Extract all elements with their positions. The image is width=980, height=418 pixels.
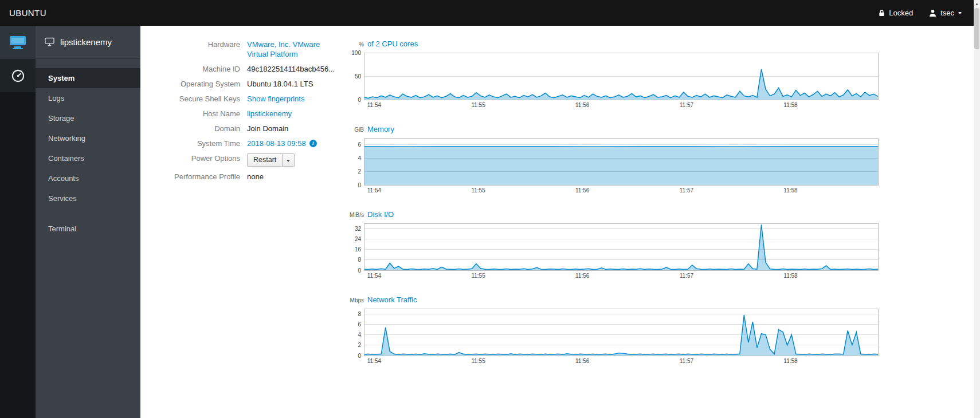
chart-header: MiB/sDisk I/O	[344, 210, 980, 219]
user-menu-button[interactable]: tsec	[921, 0, 970, 26]
chart-plot: 024611:5411:5511:5611:5711:58	[344, 135, 980, 197]
detail-action-domain[interactable]: Join Domain	[247, 124, 288, 133]
detail-row-machine-id: Machine ID49c1822514114bacb456...	[148, 64, 339, 74]
detail-value: Ubuntu 18.04.1 LTS	[247, 79, 313, 89]
topbar-right: Locked tsec	[871, 0, 970, 26]
chart-plot: 0816243211:5411:5511:5611:5711:58	[344, 220, 980, 282]
restart-dropdown-toggle[interactable]	[283, 153, 295, 167]
svg-text:11:55: 11:55	[471, 358, 485, 364]
scrollbar-up-arrow[interactable]: ▲	[974, 0, 980, 7]
svg-text:11:56: 11:56	[575, 102, 590, 108]
svg-text:24: 24	[355, 236, 362, 242]
svg-text:8: 8	[358, 257, 361, 263]
detail-row-performance-profile: Performance Profilenone	[148, 172, 339, 182]
svg-text:11:55: 11:55	[471, 273, 485, 279]
chart-plot: 05010011:5411:5511:5611:5711:58	[344, 50, 980, 112]
server-icon	[9, 36, 26, 50]
svg-text:2: 2	[358, 342, 361, 348]
chart-unit-label: Mbps	[344, 297, 364, 303]
svg-text:11:55: 11:55	[471, 102, 485, 108]
dashboard-nav-icon[interactable]	[0, 59, 36, 92]
detail-link-host-name[interactable]: lipstickenemy	[247, 109, 292, 119]
svg-text:6: 6	[358, 321, 361, 328]
svg-text:11:54: 11:54	[367, 358, 382, 364]
svg-text:11:56: 11:56	[575, 187, 590, 194]
sidebar-item-networking[interactable]: Networking	[36, 128, 140, 148]
svg-text:16: 16	[355, 246, 362, 253]
user-icon	[929, 9, 936, 17]
usage-charts: %of 2 CPU cores05010011:5411:5511:5611:5…	[339, 40, 980, 418]
chart-svg: 0246811:5411:5511:5611:5711:58	[344, 306, 880, 365]
layout: lipstickenemy SystemLogsStorageNetworkin…	[0, 26, 980, 418]
svg-text:11:57: 11:57	[680, 187, 694, 194]
chart-header: GiBMemory	[344, 125, 980, 133]
detail-row-host-name: Host Namelipstickenemy	[148, 109, 339, 119]
svg-text:4: 4	[358, 155, 361, 161]
detail-value: 49c1822514114bacb456...	[247, 64, 333, 74]
sidebar-item-storage[interactable]: Storage	[36, 108, 140, 128]
detail-text-performance-profile: none	[247, 172, 264, 182]
chart-plot: 0246811:5411:5511:5611:5711:58	[344, 306, 980, 368]
gauge-icon	[11, 69, 25, 83]
locked-button[interactable]: Locked	[871, 0, 921, 26]
detail-text-operating-system: Ubuntu 18.04.1 LTS	[247, 79, 313, 89]
svg-text:2: 2	[358, 168, 361, 175]
detail-link-secure-shell-keys[interactable]: Show fingerprints	[247, 94, 304, 104]
sidebar-item-system[interactable]: System	[36, 68, 140, 88]
chart-memory: GiBMemory024611:5411:5511:5611:5711:58	[344, 125, 980, 197]
svg-text:11:54: 11:54	[367, 187, 382, 194]
chevron-down-icon	[958, 12, 962, 14]
svg-text:50: 50	[355, 73, 362, 80]
sidebar-item-terminal[interactable]: Terminal	[36, 219, 140, 239]
chart-title-link[interactable]: Disk I/O	[367, 210, 394, 219]
chart-title-link[interactable]: Memory	[367, 125, 394, 133]
main-content: HardwareVMware, Inc. VMware Virtual Plat…	[140, 26, 980, 418]
chart-svg: 024611:5411:5511:5611:5711:58	[344, 135, 880, 195]
scrollbar[interactable]: ▲	[974, 0, 980, 418]
sidebar-secondary-menu: Terminal	[36, 219, 140, 239]
chart-unit-label: GiB	[344, 127, 364, 133]
detail-link-system-time[interactable]: 2018-08-13 09:58	[247, 139, 306, 148]
svg-text:11:57: 11:57	[680, 102, 694, 108]
detail-row-operating-system: Operating SystemUbuntu 18.04.1 LTS	[148, 79, 339, 89]
detail-label: Power Options	[148, 153, 247, 167]
chart-svg: 05010011:5411:5511:5611:5711:58	[344, 50, 880, 109]
machine-icon-strip	[0, 26, 36, 418]
chevron-down-icon	[287, 160, 290, 162]
detail-value: Restart	[247, 153, 295, 167]
svg-text:11:58: 11:58	[783, 187, 798, 194]
host-server-icon	[45, 37, 54, 47]
chart-svg: 0816243211:5411:5511:5611:5711:58	[344, 220, 880, 280]
sidebar: lipstickenemy SystemLogsStorageNetworkin…	[36, 26, 140, 418]
chart-disk-i-o: MiB/sDisk I/O0816243211:5411:5511:5611:5…	[344, 210, 980, 282]
svg-text:0: 0	[358, 353, 361, 359]
chart-title-link[interactable]: Network Traffic	[367, 295, 417, 304]
sidebar-item-accounts[interactable]: Accounts	[36, 168, 140, 188]
detail-label: Domain	[148, 124, 247, 133]
host-machine-icon[interactable]	[0, 26, 36, 59]
locked-label: Locked	[889, 9, 913, 17]
host-header[interactable]: lipstickenemy	[36, 26, 140, 59]
chart-header: MbpsNetwork Traffic	[344, 295, 980, 304]
sidebar-item-services[interactable]: Services	[36, 188, 140, 208]
detail-label: Machine ID	[148, 64, 247, 74]
detail-row-domain: DomainJoin Domain	[148, 124, 339, 133]
detail-label: Operating System	[148, 79, 247, 89]
chart-network-traffic: MbpsNetwork Traffic0246811:5411:5511:561…	[344, 295, 980, 368]
restart-button[interactable]: Restart	[247, 153, 283, 167]
svg-text:6: 6	[358, 141, 361, 148]
info-icon[interactable]: i	[309, 140, 317, 147]
sidebar-item-logs[interactable]: Logs	[36, 88, 140, 108]
svg-text:11:57: 11:57	[680, 358, 694, 364]
detail-text-machine-id: 49c1822514114bacb456...	[247, 64, 335, 74]
chart-title-link[interactable]: of 2 CPU cores	[367, 40, 418, 48]
detail-row-hardware: HardwareVMware, Inc. VMware Virtual Plat…	[148, 40, 339, 59]
svg-text:11:58: 11:58	[783, 273, 798, 279]
scrollbar-thumb[interactable]	[974, 8, 979, 49]
sidebar-item-containers[interactable]: Containers	[36, 148, 140, 168]
detail-link-hardware[interactable]: VMware, Inc. VMware Virtual Platform	[247, 40, 333, 59]
sidebar-menu: SystemLogsStorageNetworkingContainersAcc…	[36, 68, 140, 208]
svg-text:32: 32	[355, 226, 362, 232]
detail-label: System Time	[148, 139, 247, 148]
svg-text:11:56: 11:56	[575, 358, 590, 364]
